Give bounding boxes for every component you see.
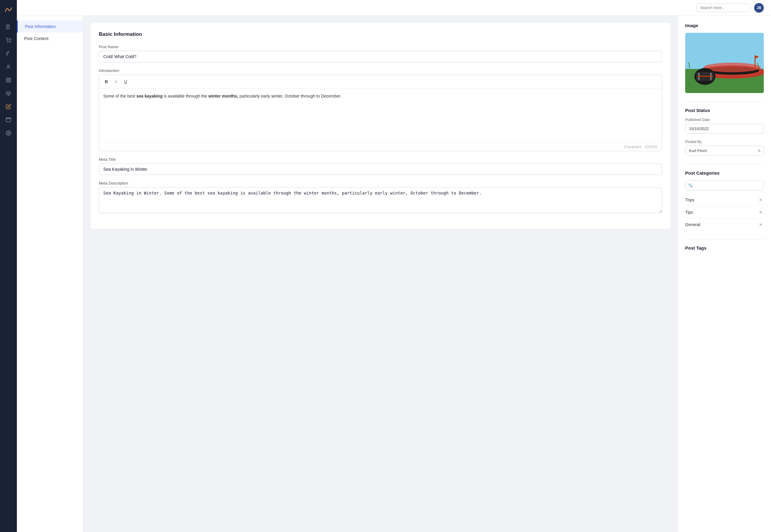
- svg-rect-12: [6, 119, 11, 122]
- grid-icon[interactable]: [3, 75, 14, 86]
- kayak-image: [685, 33, 764, 93]
- meta-desc-group: Meta Description Sea Kayaking in Winter.…: [99, 181, 662, 214]
- logo[interactable]: [4, 5, 13, 14]
- pencil-icon[interactable]: [3, 101, 14, 112]
- post-name-input[interactable]: [99, 51, 662, 62]
- svg-point-14: [8, 132, 9, 134]
- intro-text-2: is available through the: [163, 94, 208, 98]
- cube-icon[interactable]: [3, 88, 14, 99]
- post-status-section: Post Status Published Date Posted By Kur…: [685, 108, 764, 156]
- divider-1: [685, 101, 764, 102]
- main-content: Basic Information Post Name Introduction…: [83, 16, 678, 532]
- category-trips-label: Trips: [685, 198, 695, 202]
- intro-bold-2: winter months,: [208, 94, 238, 98]
- image-section-title: Image: [685, 23, 764, 28]
- post-categories-title: Post Categories: [685, 170, 764, 176]
- meta-title-label: Meta Title: [99, 157, 662, 162]
- sidebar: [0, 0, 17, 532]
- svg-rect-8: [9, 78, 11, 79]
- category-search-input[interactable]: [685, 180, 764, 190]
- layout-icon[interactable]: [3, 114, 14, 125]
- remove-general-button[interactable]: ✕: [758, 222, 764, 228]
- characters-count: Characters : 125/220: [99, 143, 662, 151]
- sidebar-item-post-information[interactable]: Post Information: [17, 20, 83, 33]
- intro-bold-1: sea kayaking: [136, 94, 163, 98]
- svg-rect-24: [698, 76, 713, 77]
- published-date-input[interactable]: [685, 124, 764, 134]
- posted-by-wrapper: Kurt Finch ⇅: [685, 146, 764, 156]
- category-tips: Tips ✕: [685, 206, 764, 219]
- search-input[interactable]: [696, 3, 751, 12]
- sidebar-item-post-content[interactable]: Post Content: [17, 33, 83, 45]
- introduction-editor: B i U Some of the best sea kayaking is a…: [99, 75, 662, 151]
- svg-point-6: [8, 65, 9, 67]
- underline-button[interactable]: U: [121, 77, 130, 86]
- posted-by-select[interactable]: Kurt Finch: [685, 146, 764, 156]
- introduction-group: Introduction B i U Some of the best sea …: [99, 68, 662, 151]
- posted-by-group: Posted By Kurt Finch ⇅: [685, 140, 764, 156]
- svg-rect-9: [6, 81, 8, 82]
- category-tips-label: Tips: [685, 210, 693, 215]
- meta-desc-label: Meta Description: [99, 181, 662, 185]
- category-general-label: General: [685, 222, 700, 227]
- image-section: Image: [685, 23, 764, 93]
- published-date-label: Published Date: [685, 118, 764, 122]
- post-name-label: Post Name: [99, 45, 662, 49]
- category-general: General ✕: [685, 219, 764, 231]
- form-card-title: Basic Information: [99, 31, 662, 37]
- post-categories-section: Post Categories 🔍 Trips ✕ Tips ✕ General…: [685, 170, 764, 231]
- introduction-content[interactable]: Some of the best sea kayaking is availab…: [99, 89, 662, 143]
- svg-point-4: [8, 42, 8, 43]
- meta-desc-textarea[interactable]: Sea Kayaking in Winter. Some of the best…: [99, 187, 662, 213]
- topbar: JB: [17, 0, 771, 16]
- svg-rect-7: [6, 78, 8, 79]
- post-tags-section: Post Tags: [685, 245, 764, 250]
- remove-tips-button[interactable]: ✕: [758, 209, 764, 215]
- introduction-label: Introduction: [99, 68, 662, 73]
- post-status-title: Post Status: [685, 108, 764, 113]
- post-tags-title: Post Tags: [685, 245, 764, 250]
- divider-2: [685, 164, 764, 164]
- bold-button[interactable]: B: [102, 77, 110, 86]
- remove-trips-button[interactable]: ✕: [758, 197, 764, 203]
- italic-button[interactable]: i: [112, 77, 120, 86]
- person-icon[interactable]: [3, 61, 14, 72]
- category-search-wrapper: 🔍: [685, 180, 764, 190]
- published-date-group: Published Date: [685, 118, 764, 134]
- document-icon[interactable]: [3, 22, 14, 33]
- right-panel: Image: [678, 16, 771, 532]
- divider-3: [685, 239, 764, 239]
- left-panel: Post Information Post Content: [17, 16, 83, 532]
- intro-text-1: Some of the best: [103, 94, 136, 98]
- post-name-group: Post Name: [99, 45, 662, 62]
- brush-icon[interactable]: [3, 48, 14, 59]
- svg-rect-25: [755, 55, 756, 67]
- meta-title-group: Meta Title: [99, 157, 662, 175]
- svg-rect-13: [6, 118, 11, 119]
- intro-text-3: particularly early winter, October throu…: [238, 94, 341, 98]
- svg-rect-10: [9, 81, 11, 82]
- category-trips: Trips ✕: [685, 194, 764, 206]
- search-icon: 🔍: [688, 183, 693, 188]
- cart-icon[interactable]: [3, 35, 14, 46]
- page-body: Post Information Post Content Basic Info…: [17, 16, 771, 532]
- meta-title-input[interactable]: [99, 163, 662, 175]
- rich-toolbar: B i U: [99, 75, 662, 89]
- svg-point-5: [10, 42, 11, 43]
- avatar[interactable]: JB: [754, 3, 764, 13]
- posted-by-label: Posted By: [685, 140, 764, 144]
- settings-icon[interactable]: [3, 128, 14, 138]
- basic-information-card: Basic Information Post Name Introduction…: [90, 23, 670, 229]
